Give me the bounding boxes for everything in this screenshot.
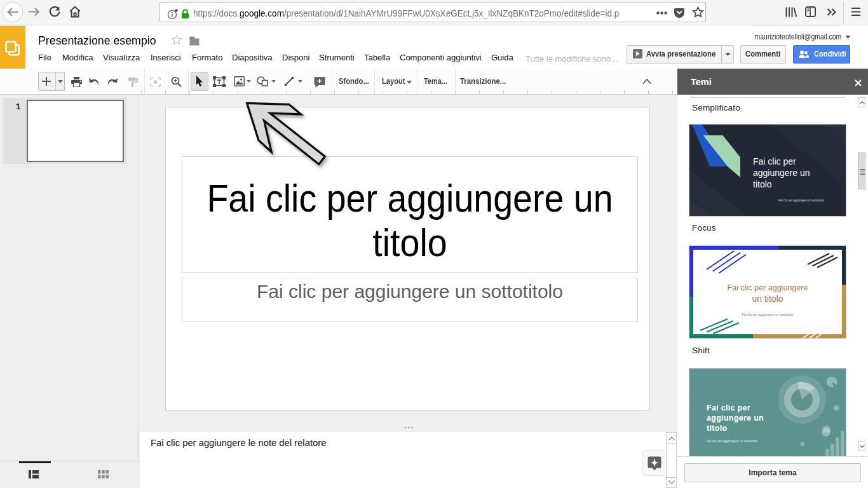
- svg-text:aggiungere un: aggiungere un: [753, 168, 810, 178]
- svg-text:aggiungere un: aggiungere un: [707, 414, 764, 423]
- svg-text:Fai clic per aggiungere un sot: Fai clic per aggiungere un sottotitolo: [778, 199, 825, 202]
- svg-text:titolo: titolo: [753, 179, 772, 189]
- svg-text:Fai clic per aggiungere un sot: Fai clic per aggiungere un sottotitolo: [707, 439, 758, 443]
- svg-text:Fai clic per: Fai clic per: [707, 403, 750, 412]
- svg-text:Fai clic per aggiungere: Fai clic per aggiungere: [728, 283, 808, 293]
- svg-text:Fai clic per: Fai clic per: [753, 156, 796, 166]
- svg-text:un titolo: un titolo: [752, 294, 783, 304]
- svg-text:titolo: titolo: [707, 424, 727, 433]
- svg-text:Fai clic per aggiungere un sot: Fai clic per aggiungere un sottotitolo: [742, 313, 794, 316]
